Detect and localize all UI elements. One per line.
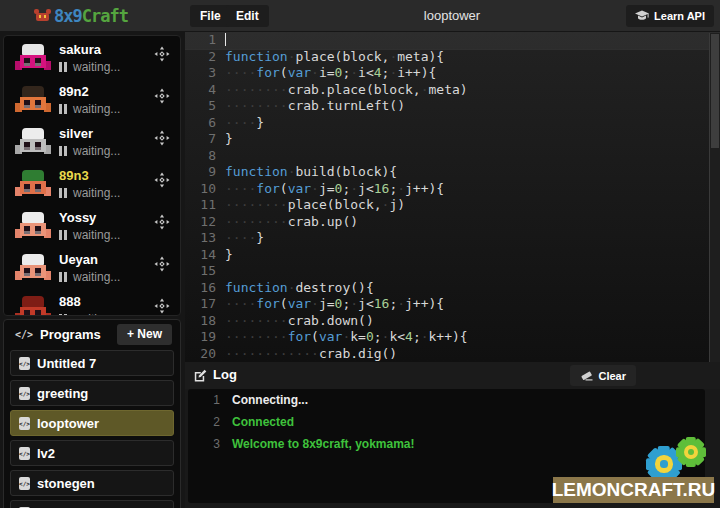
- line-number: 8: [185, 148, 225, 165]
- app-logo: 8x9Craft: [34, 5, 128, 27]
- line-number: 11: [185, 197, 225, 214]
- move-player-icon[interactable]: [154, 46, 170, 62]
- player-status-text: waiting...: [73, 102, 120, 116]
- editor-scrollbar[interactable]: [709, 33, 720, 362]
- program-list-item[interactable]: </> stonegen: [10, 470, 174, 496]
- code-line: 4········crab.place(block,·meta): [185, 82, 720, 99]
- line-number: 1: [185, 32, 225, 49]
- line-number: 14: [185, 247, 225, 264]
- crab-logo-icon: [34, 9, 52, 23]
- graduation-cap-icon: [635, 10, 649, 22]
- clear-log-label: Clear: [598, 370, 626, 382]
- program-file-icon: </>: [19, 447, 30, 460]
- player-name: Yossy: [59, 210, 96, 225]
- line-number: 12: [185, 214, 225, 231]
- line-number: 16: [185, 280, 225, 297]
- file-menu-button[interactable]: File: [190, 5, 231, 27]
- text-cursor: [225, 33, 226, 46]
- new-program-button[interactable]: + New: [117, 324, 172, 345]
- move-player-icon[interactable]: [154, 256, 170, 272]
- log-entry: 3 Welcome to 8x9craft, yokmama!: [188, 433, 705, 455]
- code-line: 9function·build(block){: [185, 164, 720, 181]
- code-line: 7}: [185, 131, 720, 148]
- line-number: 5: [185, 98, 225, 115]
- code-line: 17····for(var·j=0;·j<16;·j++){: [185, 296, 720, 313]
- program-file-icon: </>: [19, 387, 30, 400]
- log-entry-number: 2: [188, 415, 232, 429]
- log-header: Log Clear: [185, 362, 720, 389]
- log-entry-text: Connecting...: [232, 393, 308, 407]
- pause-icon: [59, 104, 67, 114]
- pause-icon: [59, 230, 67, 240]
- player-row[interactable]: 89n2 waiting...: [4, 78, 180, 120]
- line-number: 6: [185, 115, 225, 132]
- line-number: 20: [185, 346, 225, 363]
- line-number: 7: [185, 131, 225, 148]
- line-number: 4: [185, 82, 225, 99]
- line-number: 9: [185, 164, 225, 181]
- line-number: 19: [185, 329, 225, 346]
- player-row[interactable]: sakura waiting...: [4, 36, 180, 78]
- move-player-icon[interactable]: [154, 88, 170, 104]
- clear-log-button[interactable]: Clear: [570, 365, 636, 386]
- player-avatar-icon: [15, 253, 51, 283]
- move-player-icon[interactable]: [154, 298, 170, 314]
- log-entry-number: 1: [188, 393, 232, 407]
- log-title: Log: [213, 367, 237, 382]
- player-name: Ueyan: [59, 252, 98, 267]
- code-line: 5········crab.turnLeft(): [185, 98, 720, 115]
- move-player-icon[interactable]: [154, 172, 170, 188]
- document-title: looptower: [424, 8, 480, 23]
- player-row[interactable]: Yossy waiting...: [4, 204, 180, 246]
- eraser-icon: [580, 370, 593, 381]
- player-status-text: waiting...: [73, 186, 120, 200]
- log-entry-number: 3: [188, 437, 232, 451]
- code-editor[interactable]: 12function·place(block,·meta){3····for(v…: [185, 32, 720, 362]
- player-name: sakura: [59, 42, 101, 57]
- program-list-item[interactable]: </> looptower: [10, 410, 174, 436]
- player-row[interactable]: 89n3 waiting...: [4, 162, 180, 204]
- code-line: 19········for(var·k=0;·k<4;·k++){: [185, 329, 720, 346]
- program-list-item[interactable]: </> l v 2: [10, 500, 174, 508]
- player-avatar-icon: [15, 43, 51, 73]
- log-entry-text: Welcome to 8x9craft, yokmama!: [232, 437, 415, 451]
- pause-icon: [59, 314, 67, 316]
- editor-scrollbar-thumb[interactable]: [711, 34, 719, 148]
- player-name: 89n2: [59, 84, 89, 99]
- player-name: silver: [59, 126, 93, 141]
- player-avatar-icon: [15, 127, 51, 157]
- learn-api-button[interactable]: Learn API: [626, 5, 714, 27]
- program-list-item[interactable]: </> greeting: [10, 380, 174, 406]
- log-entry: 1 Connecting...: [188, 389, 705, 411]
- program-file-icon: </>: [19, 477, 30, 490]
- program-name: stonegen: [37, 476, 95, 491]
- program-list-item[interactable]: </> lv2: [10, 440, 174, 466]
- move-player-icon[interactable]: [154, 130, 170, 146]
- player-row[interactable]: 888 waiting...: [4, 288, 180, 316]
- code-line: 16function·destroy(){: [185, 280, 720, 297]
- move-player-icon[interactable]: [154, 214, 170, 230]
- line-number: 3: [185, 65, 225, 82]
- logo-text-craft: Craft: [82, 6, 128, 26]
- line-number: 2: [185, 49, 225, 66]
- pause-icon: [59, 62, 67, 72]
- code-line: 13····}: [185, 230, 720, 247]
- programs-title: Programs: [40, 327, 101, 342]
- top-bar: 8x9Craft File Edit looptower Learn API: [0, 0, 720, 32]
- player-status-text: waiting...: [73, 60, 120, 74]
- line-number: 10: [185, 181, 225, 198]
- player-row[interactable]: Ueyan waiting...: [4, 246, 180, 288]
- player-list: sakura waiting... 89n2 waiting... silver: [3, 35, 181, 316]
- player-name: 89n3: [59, 168, 89, 183]
- logo-text-8x9: 8x9: [54, 6, 82, 26]
- program-list-item[interactable]: </> Untitled 7: [10, 350, 174, 376]
- player-avatar-icon: [15, 85, 51, 115]
- pause-icon: [59, 272, 67, 282]
- code-line: 6····}: [185, 115, 720, 132]
- code-line: 10····for(var·j=0;·j<16;·j++){: [185, 181, 720, 198]
- log-entry-text: Connected: [232, 415, 294, 429]
- player-avatar-icon: [15, 295, 51, 316]
- player-status-text: waiting...: [73, 228, 120, 242]
- edit-menu-button[interactable]: Edit: [226, 5, 269, 27]
- player-row[interactable]: silver waiting...: [4, 120, 180, 162]
